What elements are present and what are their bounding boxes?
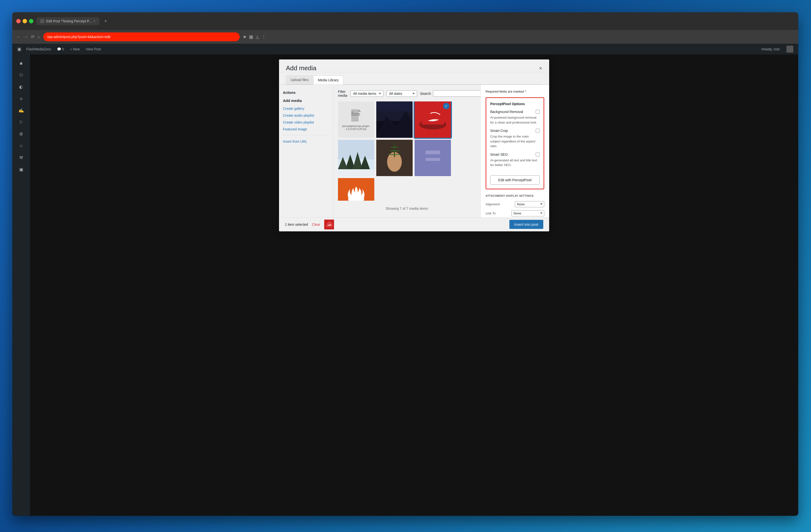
clear-selection-link[interactable]: Clear [312, 223, 320, 226]
site-name[interactable]: FlashMediaZero [26, 47, 51, 51]
back-button[interactable]: ← [16, 34, 21, 40]
alignment-label: Alignment [486, 202, 500, 206]
link-to-select[interactable]: None Media File Attachment Page Custom U… [511, 210, 544, 216]
admin-bar-items: FlashMediaZero 💬 0 + New View Post [26, 47, 101, 51]
date-filter[interactable]: All dates January 2024 [386, 90, 417, 97]
percept-options-box: PerceptPixel Options Background Removal … [486, 97, 544, 189]
media-item-placeholder[interactable] [415, 140, 451, 176]
hand-image [376, 140, 413, 176]
media-item-mountain[interactable] [376, 102, 413, 138]
svg-text:ॐ: ॐ [354, 199, 358, 201]
tab-media-library[interactable]: Media Library [313, 75, 343, 85]
alignment-select[interactable]: None Left Center Right [515, 201, 544, 207]
media-type-filter[interactable]: All media items Images Audio Video [350, 90, 383, 97]
mountain-image [376, 102, 413, 138]
sidebar-icon-users[interactable]: ☆ [16, 141, 26, 151]
logo-image: ॐ [341, 182, 371, 201]
media-item-shoe[interactable] [415, 102, 451, 138]
selected-thumb-image [325, 221, 334, 228]
smart-seo-label: Smart SEO [490, 153, 508, 156]
smart-seo-checkbox[interactable] [536, 153, 540, 156]
toolbar-icons: ★ ▦ △ ⋮ [243, 34, 266, 40]
percept-title: PerceptPixel Options [490, 102, 540, 106]
required-note: Required fields are marked * [486, 90, 544, 93]
smart-seo-option: Smart SEO AI-generated alt text and titl… [490, 153, 540, 168]
modal-close-button[interactable]: × [539, 65, 542, 71]
maximize-window-button[interactable] [29, 19, 33, 23]
smart-seo-desc: AI-generated alt text and title text for… [490, 158, 540, 168]
smart-crop-checkbox[interactable] [536, 129, 540, 133]
media-item-snow[interactable] [338, 140, 374, 176]
shield-icon[interactable]: △ [256, 34, 259, 40]
media-item-hand[interactable] [376, 140, 413, 176]
reload-button[interactable]: ⟳ [31, 34, 35, 40]
sidebar-icon-tools[interactable]: ⚒ [16, 153, 26, 163]
sidebar-divider [283, 135, 329, 135]
svg-rect-2 [351, 113, 360, 114]
new-link[interactable]: + New [70, 47, 80, 51]
sidebar-icon-settings[interactable]: ▣ [16, 165, 26, 174]
modal-footer: 1 item selected Clear Insert into post [279, 217, 549, 231]
sidebar-icon-posts[interactable]: ⚇ [16, 70, 26, 80]
smart-crop-label: Smart Crop [490, 129, 508, 133]
right-panel: Required fields are marked * PerceptPixe… [480, 85, 549, 217]
tab-upload-files[interactable]: Upload files [286, 75, 313, 84]
home-button[interactable]: ⌂ [37, 34, 40, 40]
background-removal-checkbox[interactable] [536, 110, 540, 114]
view-post-link[interactable]: View Post [86, 47, 101, 51]
media-left-sidebar: Actions Add media Create gallery Create … [279, 85, 333, 217]
browser-tab[interactable]: Edit Post *Testing Percept P... × [36, 17, 99, 25]
address-bar[interactable]: /wp-admin/post.php?post=44&action=edit [43, 32, 240, 41]
tab-close-button[interactable]: × [94, 19, 95, 23]
comments-link[interactable]: 💬 0 [57, 47, 64, 51]
browser-window: Edit Post *Testing Percept P... × + ← → … [12, 12, 798, 516]
sidebar-icon-dashboard[interactable]: ■ [16, 59, 26, 68]
actions-label: Actions [283, 91, 329, 94]
modal-body: Actions Add media Create gallery Create … [279, 85, 549, 217]
attachment-settings: ATTACHMENT DISPLAY SETTINGS Alignment No… [486, 194, 544, 217]
close-window-button[interactable] [16, 19, 21, 23]
placeholder-image [420, 148, 445, 168]
menu-icon[interactable]: ⋮ [262, 34, 266, 40]
selected-thumbnail [324, 219, 334, 229]
sidebar-icon-appearance[interactable]: ⚐ [16, 117, 26, 127]
edit-with-percept-button[interactable]: Edit with PerceptPixel [490, 176, 540, 185]
browser-titlebar: Edit Post *Testing Percept P... × + [12, 12, 798, 30]
extensions-icon[interactable]: ▦ [249, 34, 253, 40]
browser-toolbar: ← → ⟳ ⌂ /wp-admin/post.php?post=44&actio… [12, 30, 798, 44]
wp-logo-icon[interactable]: ▣ [17, 46, 21, 52]
create-audio-playlist-link[interactable]: Create audio playlist [283, 113, 329, 117]
modal-overlay: Add media × Upload files Media Library [30, 55, 798, 516]
attachment-settings-title: ATTACHMENT DISPLAY SETTINGS [486, 194, 544, 197]
media-grid: perceptpixel-wp-plugin-1.0.0.b57c14f.zip [338, 102, 475, 201]
insert-into-post-button[interactable]: Insert into post [509, 220, 543, 229]
modal-tabs: Upload files Media Library [286, 75, 542, 85]
traffic-lights [16, 19, 33, 23]
sidebar-icon-media[interactable]: ◐ [16, 82, 26, 92]
svg-rect-15 [338, 169, 374, 176]
bookmark-icon[interactable]: ★ [243, 34, 247, 40]
howdy-text: Howdy, root [761, 47, 780, 51]
insert-from-url-link[interactable]: Insert from URL [283, 139, 307, 143]
create-gallery-link[interactable]: Create gallery [283, 107, 329, 110]
new-tab-button[interactable]: + [104, 18, 107, 24]
address-text: /wp-admin/post.php?post=44&action=edit [47, 35, 110, 39]
forward-button[interactable]: → [24, 34, 28, 40]
search-box: Search [420, 90, 480, 97]
add-media-label: Add media [283, 98, 329, 103]
media-item-logo[interactable]: ॐ [338, 178, 374, 201]
svg-rect-23 [425, 158, 440, 161]
sidebar-icon-pages[interactable]: ⎆ [16, 94, 26, 104]
sidebar-icon-plugins[interactable]: ⚙ [16, 129, 26, 139]
svg-rect-3 [351, 115, 360, 116]
filter-bar: Filter media All media items Images Audi… [338, 90, 475, 97]
search-input[interactable] [433, 90, 481, 97]
wp-admin-sidebar: ■ ⚇ ◐ ⎆ ✍ ⚐ ⚙ ☆ ⚒ ▣ [12, 55, 30, 516]
media-item-zip[interactable]: perceptpixel-wp-plugin-1.0.0.b57c14f.zip [338, 102, 374, 138]
create-video-playlist-link[interactable]: Create video playlist [283, 120, 329, 124]
sidebar-icon-comments[interactable]: ✍ [16, 106, 26, 116]
minimize-window-button[interactable] [22, 19, 27, 23]
tab-title: Edit Post *Testing Percept P... [46, 19, 92, 23]
user-avatar [786, 46, 793, 52]
featured-image-link[interactable]: Featured image [283, 127, 329, 131]
